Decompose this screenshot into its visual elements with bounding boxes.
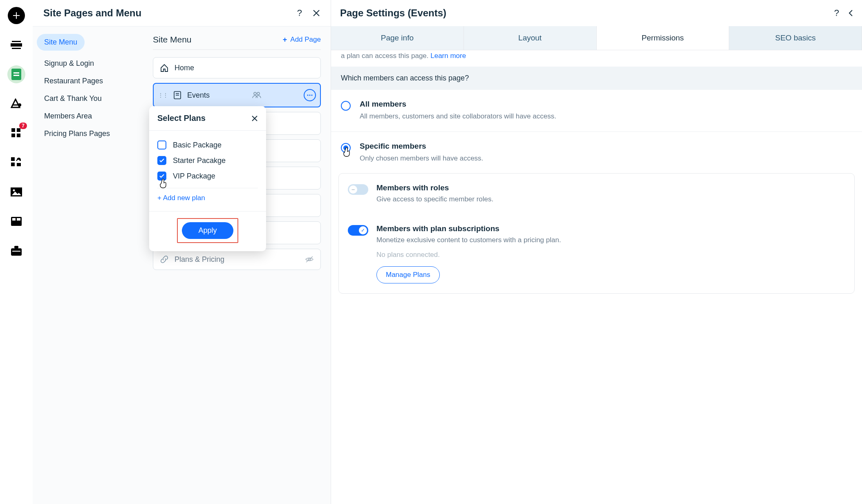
apps-badge: 7 xyxy=(19,123,27,129)
close-icon[interactable] xyxy=(313,9,320,17)
plan-option-basic[interactable]: Basic Package xyxy=(157,137,258,153)
svg-rect-14 xyxy=(11,248,22,256)
page-more-button[interactable] xyxy=(304,89,316,101)
option-title: Members with plan subscriptions xyxy=(376,224,845,233)
radio-specific-members[interactable]: Specific members Only chosen members wil… xyxy=(331,132,862,174)
checkbox-checked-icon[interactable] xyxy=(157,156,166,165)
add-page-button[interactable]: + Add Page xyxy=(283,36,321,44)
tab-page-info[interactable]: Page info xyxy=(331,26,464,50)
manage-plans-button[interactable]: Manage Plans xyxy=(376,266,440,283)
toggle-plan-subscriptions[interactable]: Members with plan subscriptions Monetize… xyxy=(339,214,854,294)
svg-rect-2 xyxy=(12,48,21,49)
plan-label: Basic Package xyxy=(173,141,222,149)
members-question: Which members can access this page? xyxy=(331,67,862,90)
help-icon[interactable]: ? xyxy=(297,8,302,18)
right-panel-header: Page Settings (Events) ? xyxy=(331,0,862,26)
svg-rect-13 xyxy=(17,218,20,221)
tab-permissions[interactable]: Permissions xyxy=(597,26,730,50)
right-panel-title: Page Settings (Events) xyxy=(340,7,446,19)
rail-business-icon[interactable] xyxy=(7,242,25,260)
radio-desc: Only chosen members will have access. xyxy=(360,153,483,164)
tab-layout[interactable]: Layout xyxy=(464,26,597,50)
nav-signup-login[interactable]: Signup & Login xyxy=(37,55,139,72)
toggle-on-icon[interactable] xyxy=(348,225,368,236)
rail-media-icon[interactable] xyxy=(7,183,25,201)
rail-pages-button[interactable] xyxy=(7,65,25,83)
nav-pricing-plans-pages[interactable]: Pricing Plans Pages xyxy=(37,125,139,143)
settings-tabs: Page info Layout Permissions SEO basics xyxy=(331,26,862,50)
plan-label: Starter Pacakge xyxy=(173,156,226,165)
svg-rect-0 xyxy=(11,43,22,47)
page-row-plans-pricing[interactable]: Plans & Pricing xyxy=(153,249,321,270)
site-sections-nav: Site Menu Signup & Login Restaurant Page… xyxy=(33,27,143,504)
radio-desc: All members, customers and site collabor… xyxy=(360,111,556,122)
apps-icon xyxy=(11,128,21,138)
briefcase-icon xyxy=(11,246,22,256)
option-desc: Give access to specific member roles. xyxy=(376,194,493,205)
rail-addons-icon[interactable] xyxy=(7,154,25,172)
site-menu-main: Site Menu + Add Page Home ⋮⋮ Events xyxy=(143,27,331,504)
page-label: Home xyxy=(175,64,194,72)
page-label: Events xyxy=(187,91,210,100)
svg-rect-1 xyxy=(12,41,21,42)
svg-point-22 xyxy=(307,94,308,96)
data-icon xyxy=(11,217,22,226)
apply-highlight: Apply xyxy=(177,218,238,243)
no-plans-text: No plans connected. xyxy=(376,251,845,259)
media-icon xyxy=(11,187,22,196)
select-plans-popover: Select Plans Basic Package Starter P xyxy=(149,106,266,251)
learn-more-row: a plan can access this page. Learn more xyxy=(331,52,862,67)
toggle-off-icon[interactable] xyxy=(348,184,368,195)
rail-sections-icon[interactable] xyxy=(7,36,25,54)
page-icon xyxy=(173,91,181,100)
radio-all-members[interactable]: All members All members, customers and s… xyxy=(331,90,862,132)
plus-icon: + xyxy=(283,36,287,44)
left-rail: 7 xyxy=(0,0,33,504)
apply-button[interactable]: Apply xyxy=(182,222,233,239)
rail-data-icon[interactable] xyxy=(7,212,25,230)
nav-cart-thankyou[interactable]: Cart & Thank You xyxy=(37,90,139,107)
plan-label: VIP Package xyxy=(173,172,215,181)
plan-option-vip[interactable]: VIP Package xyxy=(157,168,258,184)
page-row-home[interactable]: Home xyxy=(153,57,321,78)
link-icon xyxy=(160,255,169,264)
page-icon xyxy=(11,69,21,80)
learn-more-link[interactable]: Learn more xyxy=(430,52,466,60)
plan-option-starter[interactable]: Starter Pacakge xyxy=(157,153,258,168)
nav-members-area[interactable]: Members Area xyxy=(37,107,139,125)
page-row-events[interactable]: ⋮⋮ Events xyxy=(153,83,321,107)
svg-point-20 xyxy=(254,92,256,95)
close-icon[interactable] xyxy=(251,115,258,122)
svg-point-10 xyxy=(13,190,15,192)
site-menu-heading: Site Menu xyxy=(153,35,192,45)
radio-unchecked-icon[interactable] xyxy=(341,101,351,111)
chevron-left-icon[interactable] xyxy=(848,9,853,17)
home-icon xyxy=(160,63,169,72)
cursor-hand-icon xyxy=(159,179,168,189)
nav-site-menu[interactable]: Site Menu xyxy=(37,34,85,51)
help-icon[interactable]: ? xyxy=(834,8,839,18)
rail-apps-icon[interactable]: 7 xyxy=(7,124,25,142)
rail-design-icon[interactable] xyxy=(7,95,25,113)
addons-icon xyxy=(11,157,22,168)
nav-restaurant-pages[interactable]: Restaurant Pages xyxy=(37,72,139,90)
specific-members-options: Members with roles Give access to specif… xyxy=(338,173,855,294)
svg-point-21 xyxy=(257,92,260,95)
more-icon xyxy=(307,94,313,96)
svg-rect-6 xyxy=(17,134,20,137)
add-new-plan-link[interactable]: + Add new plan xyxy=(157,192,258,208)
hidden-icon xyxy=(305,256,314,263)
left-panel-header: Site Pages and Menu ? xyxy=(33,0,331,26)
sections-icon xyxy=(11,41,22,49)
radio-title: All members xyxy=(360,100,556,109)
rail-add-button[interactable] xyxy=(7,7,25,25)
checkbox-unchecked-icon[interactable] xyxy=(157,140,166,149)
svg-point-24 xyxy=(311,94,312,96)
svg-rect-7 xyxy=(11,157,15,161)
svg-point-23 xyxy=(309,94,310,96)
tab-seo-basics[interactable]: SEO basics xyxy=(729,26,862,50)
toggle-members-roles[interactable]: Members with roles Give access to specif… xyxy=(339,174,854,214)
svg-rect-12 xyxy=(12,218,16,221)
drag-handle-icon[interactable]: ⋮⋮ xyxy=(158,92,168,98)
svg-rect-4 xyxy=(17,128,20,132)
